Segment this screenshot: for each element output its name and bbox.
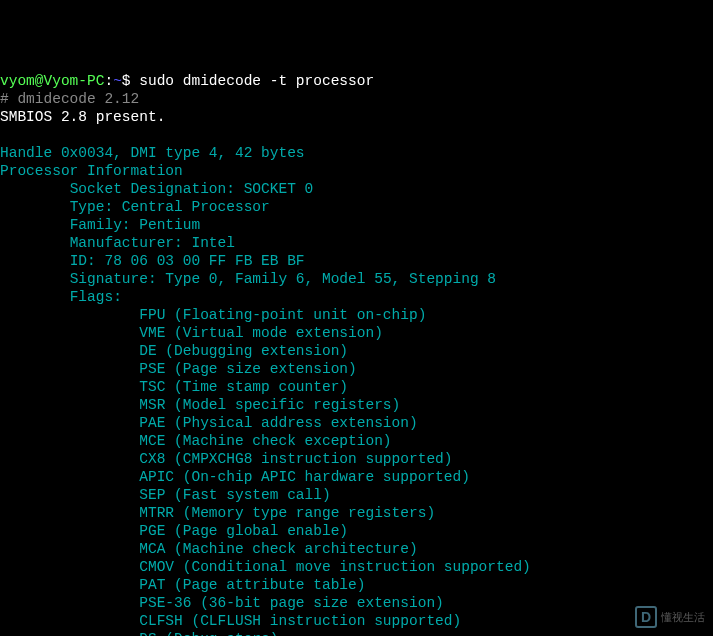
- dmidecode-version: # dmidecode 2.12: [0, 91, 139, 107]
- flag-item: DE (Debugging extension): [139, 343, 348, 359]
- flag-item: FPU (Floating-point unit on-chip): [139, 307, 426, 323]
- watermark-text: 懂视生活: [661, 608, 705, 626]
- watermark-icon: D: [635, 606, 657, 628]
- terminal-output: vyom@Vyom-PC:~$ sudo dmidecode -t proces…: [0, 72, 713, 636]
- field-flags-label: Flags:: [70, 289, 122, 305]
- flag-item: MCA (Machine check architecture): [139, 541, 417, 557]
- prompt-user-host: vyom@Vyom-PC: [0, 73, 104, 89]
- flag-item: PAE (Physical address extension): [139, 415, 417, 431]
- field-socket: Socket Designation: SOCKET 0: [70, 181, 314, 197]
- field-manufacturer: Manufacturer: Intel: [70, 235, 235, 251]
- flag-item: MCE (Machine check exception): [139, 433, 391, 449]
- handle-line: Handle 0x0034, DMI type 4, 42 bytes: [0, 145, 305, 161]
- field-family: Family: Pentium: [70, 217, 201, 233]
- command-text: sudo dmidecode -t processor: [139, 73, 374, 89]
- prompt-path: ~: [113, 73, 122, 89]
- flag-item: TSC (Time stamp counter): [139, 379, 348, 395]
- field-type: Type: Central Processor: [70, 199, 270, 215]
- flag-item: PGE (Page global enable): [139, 523, 348, 539]
- field-id: ID: 78 06 03 00 FF FB EB BF: [70, 253, 305, 269]
- flag-item: SEP (Fast system call): [139, 487, 330, 503]
- prompt-suffix: $: [122, 73, 139, 89]
- flag-item: CX8 (CMPXCHG8 instruction supported): [139, 451, 452, 467]
- flag-item: DS (Debug store): [139, 631, 278, 636]
- flag-item: PSE-36 (36-bit page size extension): [139, 595, 444, 611]
- flag-item: MTRR (Memory type range registers): [139, 505, 435, 521]
- flag-item: MSR (Model specific registers): [139, 397, 400, 413]
- flag-item: APIC (On-chip APIC hardware supported): [139, 469, 470, 485]
- flag-item: CLFSH (CLFLUSH instruction supported): [139, 613, 461, 629]
- prompt-separator: :: [104, 73, 113, 89]
- field-signature: Signature: Type 0, Family 6, Model 55, S…: [70, 271, 496, 287]
- smbios-line: SMBIOS 2.8 present.: [0, 109, 165, 125]
- section-title: Processor Information: [0, 163, 183, 179]
- flag-item: CMOV (Conditional move instruction suppo…: [139, 559, 531, 575]
- flag-item: PAT (Page attribute table): [139, 577, 365, 593]
- watermark: D 懂视生活: [635, 606, 705, 628]
- flag-item: VME (Virtual mode extension): [139, 325, 383, 341]
- flag-item: PSE (Page size extension): [139, 361, 357, 377]
